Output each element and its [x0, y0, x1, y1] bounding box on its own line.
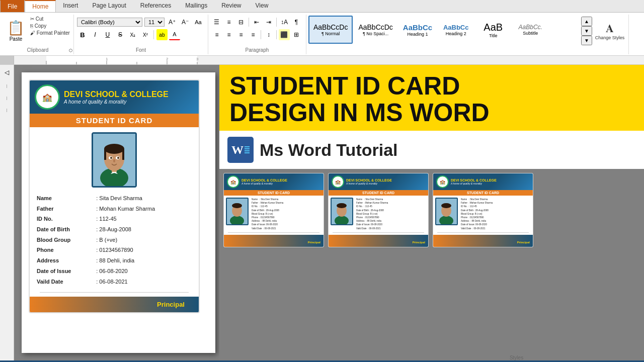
- left-panel-toggle[interactable]: ◁: [5, 69, 9, 76]
- scissors-icon: ✂: [30, 16, 34, 22]
- align-center-button[interactable]: ≡: [223, 29, 234, 40]
- underline-button[interactable]: U: [102, 29, 113, 40]
- student-photo: [92, 132, 137, 188]
- font-color-button[interactable]: A: [169, 29, 180, 40]
- style-heading2[interactable]: AaBbCc Heading 2: [438, 16, 474, 44]
- style-heading1[interactable]: AaBbCc Heading 1: [398, 16, 437, 44]
- paragraph-group-label: Paragraph: [208, 47, 306, 53]
- mini-photo-3: [435, 198, 458, 225]
- svg-point-28: [232, 203, 242, 208]
- mini-footer-1: Principal: [224, 235, 324, 247]
- tab-file[interactable]: File: [0, 0, 25, 12]
- sort-button[interactable]: ↕A: [279, 17, 290, 28]
- video-title: STUDENT ID CARD DESIGN IN MS WORD: [229, 73, 634, 126]
- paste-icon: 📋: [7, 20, 25, 36]
- svg-rect-18: [104, 149, 106, 160]
- svg-point-22: [110, 157, 112, 159]
- svg-text:3: 3: [196, 57, 199, 61]
- styles-scroll-down[interactable]: ▼: [581, 26, 592, 36]
- change-styles-icon: 𝐀: [606, 22, 614, 35]
- italic-button[interactable]: I: [90, 29, 101, 40]
- tab-view[interactable]: View: [249, 0, 276, 12]
- style-no-spacing[interactable]: AaBbCcDc ¶ No Spaci...: [354, 16, 397, 44]
- id-card-footer: Principal: [30, 297, 199, 312]
- student-info: Name : Sita Devi Sharma Father : Mohan K…: [35, 193, 194, 287]
- school-logo: 🏫: [35, 84, 60, 110]
- mini-logo-3: 🏫: [436, 175, 449, 188]
- font-name-select[interactable]: Calibri (Body): [77, 18, 142, 27]
- subscript-button[interactable]: X₂: [127, 29, 138, 40]
- font-size-select[interactable]: 11: [144, 18, 165, 27]
- format-painter-button[interactable]: 🖌 Format Painter: [29, 30, 71, 36]
- borders-button[interactable]: ⊞: [291, 29, 302, 40]
- styles-more[interactable]: ▼: [581, 36, 592, 45]
- font-group: Calibri (Body) 11 A⁺ A⁻ Aa B I U S X₂ X²…: [74, 15, 208, 54]
- svg-point-32: [337, 203, 347, 208]
- styles-group: AaBbCcDc ¶ Normal AaBbCcDc ¶ No Spaci...…: [306, 15, 629, 54]
- line-spacing-button[interactable]: ↕: [263, 29, 274, 40]
- principal-label: Principal: [157, 301, 195, 308]
- style-gallery: AaBbCcDc ¶ Normal AaBbCcDc ¶ No Spaci...…: [308, 16, 580, 46]
- svg-text:1: 1: [106, 57, 108, 61]
- justify-button[interactable]: ≡: [248, 29, 259, 40]
- svg-rect-19: [122, 149, 124, 160]
- cut-button[interactable]: ✂ Cut: [29, 16, 71, 22]
- id-card-main: 🏫 DEVI SCHOOL & COLLEGE A home of qualit…: [29, 79, 200, 313]
- mini-logo-2: 🏫: [332, 175, 344, 188]
- increase-indent-button[interactable]: ⇥: [263, 17, 274, 28]
- svg-point-17: [104, 144, 124, 154]
- align-left-button[interactable]: ≡: [211, 29, 222, 40]
- numbering-button[interactable]: ≡: [223, 17, 234, 28]
- tab-home[interactable]: Home: [25, 0, 56, 12]
- show-hide-button[interactable]: ¶: [291, 17, 302, 28]
- superscript-button[interactable]: X²: [140, 29, 151, 40]
- font-group-label: Font: [74, 47, 208, 53]
- copy-button[interactable]: ⎘ Copy: [29, 23, 71, 29]
- tab-page-layout[interactable]: Page Layout: [85, 0, 133, 12]
- svg-text:2: 2: [166, 57, 169, 61]
- mini-card-3: 🏫 DEVI SCHOOL & COLLEGE A home of qualit…: [433, 173, 533, 247]
- clipboard-group: 📋 Paste ✂ Cut ⎘ Copy 🖌 Format Painter Cl…: [2, 15, 74, 54]
- paste-button[interactable]: 📋 Paste: [4, 16, 28, 45]
- copy-icon: ⎘: [30, 23, 33, 29]
- ruler-svg: 1 2 3: [16, 56, 642, 65]
- style-normal[interactable]: AaBbCcDc ¶ Normal: [308, 16, 353, 44]
- style-subtle-em2[interactable]: AaBbCcDc Subtle Em...: [346, 45, 387, 46]
- word-document-page[interactable]: 🏫 DEVI SCHOOL & COLLEGE A home of qualit…: [22, 72, 215, 353]
- strikethrough-button[interactable]: S: [115, 29, 126, 40]
- card-title-bar: STUDENT ID CARD: [30, 114, 199, 127]
- text-highlight-button[interactable]: ab: [156, 29, 168, 40]
- style-subtle-em[interactable]: AaBbCc. Subtle Em...: [308, 45, 345, 46]
- tab-insert[interactable]: Insert: [56, 0, 85, 12]
- align-right-button[interactable]: ≡: [235, 29, 247, 40]
- mini-card-2: 🏫 DEVI SCHOOL & COLLEGE A home of qualit…: [328, 173, 429, 247]
- mini-photo-1: [226, 198, 249, 225]
- clear-format-button[interactable]: Aa: [193, 17, 204, 28]
- style-title[interactable]: AaB Title: [475, 16, 511, 44]
- paste-label: Paste: [10, 36, 23, 42]
- change-styles-button[interactable]: 𝐀 Change Styles: [593, 16, 627, 46]
- mini-footer-3: Principal: [433, 235, 533, 247]
- video-subtitle: Ms Word Tutorial: [260, 140, 398, 160]
- svg-point-23: [117, 157, 119, 159]
- tab-mailings[interactable]: Mailings: [178, 0, 214, 12]
- school-tagline: A home of quality & morality: [64, 99, 169, 105]
- font-grow-button[interactable]: A⁺: [167, 17, 178, 28]
- video-title-area: STUDENT ID CARD DESIGN IN MS WORD: [219, 65, 644, 131]
- decrease-indent-button[interactable]: ⇤: [251, 17, 262, 28]
- style-subtitle[interactable]: AaBbCc. Subtitle: [512, 16, 548, 44]
- logo-icon: 🏫: [42, 93, 52, 102]
- shading-button[interactable]: ⬛: [279, 29, 290, 40]
- multilevel-button[interactable]: ⊟: [235, 17, 247, 28]
- tab-review[interactable]: Review: [214, 0, 248, 12]
- styles-scroll-up[interactable]: ▲: [581, 17, 592, 26]
- svg-point-36: [441, 203, 451, 208]
- tab-references[interactable]: References: [133, 0, 178, 12]
- video-panel: STUDENT ID CARD DESIGN IN MS WORD W Ms W…: [219, 65, 644, 360]
- bullets-button[interactable]: ☰: [211, 17, 222, 28]
- bold-button[interactable]: B: [77, 29, 88, 40]
- font-shrink-button[interactable]: A⁻: [180, 17, 191, 28]
- clipboard-expand-icon[interactable]: ⬡: [69, 48, 72, 53]
- mini-cards-row: 🏫 DEVI SCHOOL & COLLEGE A home of qualit…: [219, 169, 644, 360]
- mini-logo-1: 🏫: [227, 175, 239, 188]
